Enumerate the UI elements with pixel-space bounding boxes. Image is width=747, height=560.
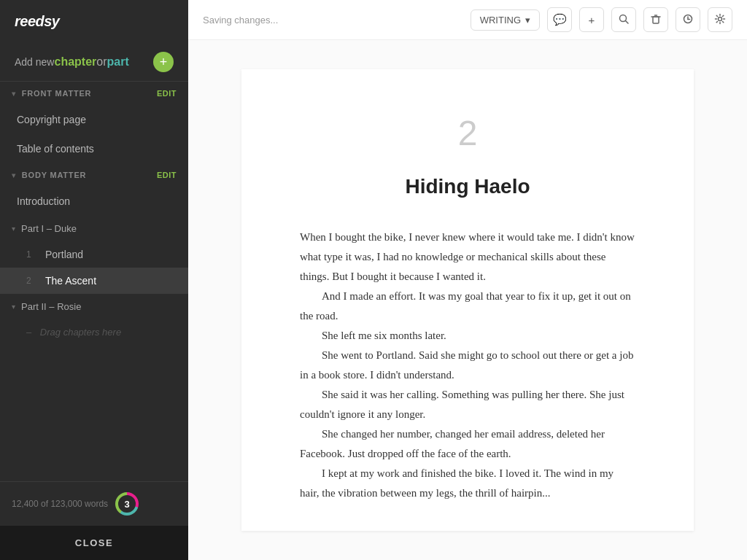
front-matter-header[interactable]: ▾ FRONT MATTER EDIT — [0, 82, 188, 105]
trash-button[interactable] — [643, 7, 668, 32]
body-paragraph: When I bought the bike, I never knew whe… — [300, 228, 635, 287]
svg-rect-2 — [653, 17, 659, 23]
body-paragraph: She changed her number, changed her emai… — [300, 424, 635, 464]
drag-chapters-placeholder: – Drag chapters here — [0, 319, 188, 345]
close-button[interactable]: CLOSE — [0, 526, 188, 560]
settings-icon — [714, 13, 726, 27]
part2-label: Part II – Rosie — [21, 301, 81, 312]
chapter-number: 2 — [300, 113, 635, 153]
comment-icon: 💬 — [553, 13, 567, 26]
chapter-portland-num: 1 — [26, 249, 39, 260]
sidebar-footer: 12,400 of 123,000 words 3 — [0, 481, 188, 526]
sidebar-item-toc[interactable]: Table of contents — [0, 134, 188, 163]
writing-dropdown-chevron: ▾ — [525, 15, 530, 26]
search-icon — [618, 13, 630, 27]
part1-chevron: ▾ — [12, 225, 15, 233]
add-chapter-link[interactable]: chapter — [54, 55, 96, 69]
part1-label: Part I – Duke — [21, 223, 77, 234]
body-matter-edit[interactable]: EDIT — [157, 171, 177, 179]
editor-content: 2 Hiding Haelo When I bought the bike, I… — [241, 69, 694, 531]
chapter-the-ascent[interactable]: 2 The Ascent — [0, 268, 188, 294]
progress-badge: 3 — [115, 492, 139, 516]
settings-button[interactable] — [708, 7, 732, 32]
add-part-link[interactable]: part — [107, 55, 129, 69]
sidebar: reedsy Add new chapter or part + ▾ FRONT… — [0, 0, 188, 560]
writing-mode-label: WRITING — [480, 15, 521, 26]
history-button[interactable] — [676, 7, 700, 32]
body-paragraph: She went to Portland. Said she might go … — [300, 346, 635, 385]
front-matter-edit[interactable]: EDIT — [157, 89, 177, 98]
chapter-body[interactable]: When I bought the bike, I never knew whe… — [300, 228, 635, 503]
main-area: Saving changes... WRITING ▾ 💬 + — [188, 0, 747, 560]
body-matter-chevron: ▾ — [12, 171, 16, 179]
comment-button[interactable]: 💬 — [547, 7, 572, 32]
front-matter-chevron: ▾ — [12, 90, 16, 98]
svg-line-1 — [626, 20, 629, 23]
body-paragraph: She said it was her calling. Something w… — [300, 385, 635, 424]
plus-icon: + — [589, 14, 595, 26]
chapter-portland[interactable]: 1 Portland — [0, 241, 188, 268]
writing-mode-dropdown[interactable]: WRITING ▾ — [471, 9, 540, 31]
word-count: 12,400 of 123,000 words — [12, 499, 108, 509]
chapter-title: Hiding Haelo — [300, 175, 635, 198]
chapter-portland-label: Portland — [45, 249, 83, 260]
editor-area[interactable]: 2 Hiding Haelo When I bought the bike, I… — [188, 40, 747, 560]
chapter-ascent-label: The Ascent — [45, 275, 96, 287]
add-new-label: Add new — [15, 56, 54, 68]
app-logo: reedsy — [0, 0, 188, 43]
add-new-or: or — [96, 55, 107, 69]
svg-point-8 — [719, 17, 722, 20]
front-matter-label: FRONT MATTER — [22, 89, 92, 98]
part2-chevron: ▾ — [12, 303, 15, 311]
trash-icon — [650, 13, 662, 27]
saving-status: Saving changes... — [203, 15, 463, 26]
part2-header[interactable]: ▾ Part II – Rosie — [0, 294, 188, 319]
add-new-plus-button[interactable]: + — [153, 52, 174, 72]
body-matter-header[interactable]: ▾ BODY MATTER EDIT — [0, 163, 188, 187]
history-icon — [682, 13, 694, 27]
sidebar-item-copyright[interactable]: Copyright page — [0, 105, 188, 134]
body-paragraph: I kept at my work and finished the bike.… — [300, 464, 635, 503]
toolbar: Saving changes... WRITING ▾ 💬 + — [188, 0, 747, 40]
search-button[interactable] — [611, 7, 636, 32]
chapter-ascent-num: 2 — [26, 276, 39, 286]
add-new-chapter-bar[interactable]: Add new chapter or part + — [0, 43, 188, 82]
body-paragraph: She left me six months later. — [300, 326, 635, 346]
body-paragraph: And I made an effort. It was my goal tha… — [300, 287, 635, 326]
badge-number: 3 — [118, 495, 136, 513]
part1-header[interactable]: ▾ Part I – Duke — [0, 216, 188, 241]
add-button[interactable]: + — [579, 7, 604, 32]
sidebar-item-introduction[interactable]: Introduction — [0, 187, 188, 216]
body-matter-label: BODY MATTER — [22, 171, 86, 179]
